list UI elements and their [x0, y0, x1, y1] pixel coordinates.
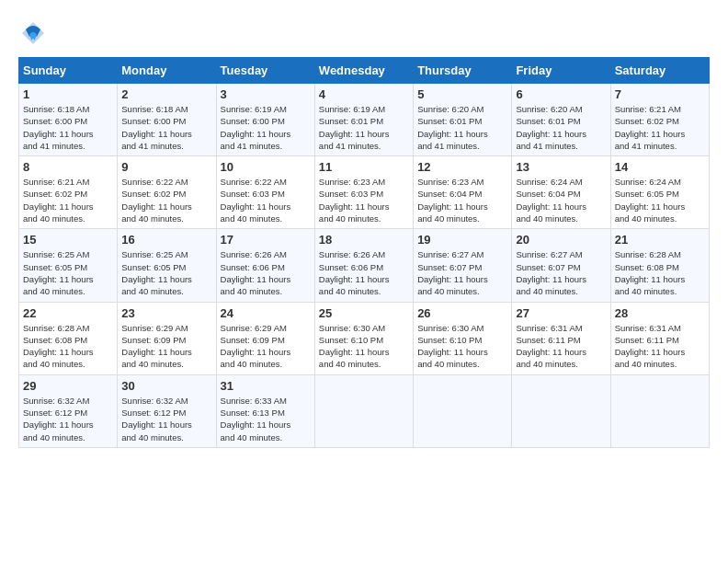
day-cell: 11Sunrise: 6:23 AMSunset: 6:03 PMDayligh…: [314, 156, 413, 229]
day-cell: 2Sunrise: 6:18 AMSunset: 6:00 PMDaylight…: [118, 84, 216, 156]
day-cell: 9Sunrise: 6:22 AMSunset: 6:02 PMDaylight…: [118, 156, 216, 229]
header-cell-tuesday: Tuesday: [216, 58, 314, 84]
day-info: Sunrise: 6:30 AMSunset: 6:10 PMDaylight:…: [417, 322, 507, 371]
day-number: 21: [615, 233, 705, 247]
day-number: 23: [121, 306, 211, 320]
header-cell-monday: Monday: [118, 58, 216, 84]
day-cell: 30Sunrise: 6:32 AMSunset: 6:12 PMDayligh…: [118, 374, 216, 447]
day-number: 3: [221, 87, 311, 101]
day-cell: 14Sunrise: 6:24 AMSunset: 6:05 PMDayligh…: [610, 156, 709, 229]
day-number: 28: [615, 306, 705, 320]
day-number: 20: [516, 233, 606, 247]
week-row-1: 1Sunrise: 6:18 AMSunset: 6:00 PMDaylight…: [19, 84, 710, 156]
day-cell: 28Sunrise: 6:31 AMSunset: 6:11 PMDayligh…: [610, 302, 709, 374]
day-cell: 5Sunrise: 6:20 AMSunset: 6:01 PMDaylight…: [414, 84, 512, 156]
day-number: 6: [516, 87, 606, 101]
day-number: 12: [417, 160, 507, 174]
day-cell: 17Sunrise: 6:26 AMSunset: 6:06 PMDayligh…: [216, 229, 314, 302]
day-number: 26: [417, 306, 507, 320]
day-cell: 7Sunrise: 6:21 AMSunset: 6:02 PMDaylight…: [610, 84, 709, 156]
day-info: Sunrise: 6:28 AMSunset: 6:08 PMDaylight:…: [23, 322, 113, 371]
day-number: 24: [221, 306, 311, 320]
day-info: Sunrise: 6:22 AMSunset: 6:03 PMDaylight:…: [221, 176, 311, 224]
day-number: 22: [23, 306, 113, 320]
logo: [18, 18, 51, 48]
day-number: 31: [221, 379, 311, 393]
day-cell: 4Sunrise: 6:19 AMSunset: 6:01 PMDaylight…: [314, 84, 413, 156]
page-header: [18, 18, 710, 48]
day-cell: [414, 374, 512, 447]
day-info: Sunrise: 6:27 AMSunset: 6:07 PMDaylight:…: [516, 248, 606, 297]
header-row: SundayMondayTuesdayWednesdayThursdayFrid…: [19, 58, 710, 84]
day-cell: 29Sunrise: 6:32 AMSunset: 6:12 PMDayligh…: [19, 374, 118, 447]
day-cell: 19Sunrise: 6:27 AMSunset: 6:07 PMDayligh…: [414, 229, 512, 302]
day-info: Sunrise: 6:18 AMSunset: 6:00 PMDaylight:…: [23, 103, 113, 152]
day-info: Sunrise: 6:26 AMSunset: 6:06 PMDaylight:…: [221, 248, 311, 297]
day-cell: [314, 374, 413, 447]
day-info: Sunrise: 6:32 AMSunset: 6:12 PMDaylight:…: [121, 395, 211, 443]
day-number: 9: [121, 160, 211, 174]
day-info: Sunrise: 6:19 AMSunset: 6:01 PMDaylight:…: [319, 103, 409, 152]
day-number: 10: [221, 160, 311, 174]
day-cell: 25Sunrise: 6:30 AMSunset: 6:10 PMDayligh…: [314, 302, 413, 374]
day-info: Sunrise: 6:31 AMSunset: 6:11 PMDaylight:…: [615, 322, 705, 371]
day-number: 18: [319, 233, 409, 247]
day-info: Sunrise: 6:21 AMSunset: 6:02 PMDaylight:…: [23, 176, 113, 224]
day-info: Sunrise: 6:27 AMSunset: 6:07 PMDaylight:…: [417, 248, 507, 297]
day-cell: 18Sunrise: 6:26 AMSunset: 6:06 PMDayligh…: [314, 229, 413, 302]
day-number: 17: [221, 233, 311, 247]
day-info: Sunrise: 6:25 AMSunset: 6:05 PMDaylight:…: [121, 248, 211, 297]
header-cell-saturday: Saturday: [610, 58, 709, 84]
day-info: Sunrise: 6:29 AMSunset: 6:09 PMDaylight:…: [121, 322, 211, 371]
day-cell: 15Sunrise: 6:25 AMSunset: 6:05 PMDayligh…: [19, 229, 118, 302]
day-cell: 21Sunrise: 6:28 AMSunset: 6:08 PMDayligh…: [610, 229, 709, 302]
day-cell: 27Sunrise: 6:31 AMSunset: 6:11 PMDayligh…: [512, 302, 610, 374]
week-row-5: 29Sunrise: 6:32 AMSunset: 6:12 PMDayligh…: [19, 374, 710, 447]
day-number: 13: [516, 160, 606, 174]
day-cell: 3Sunrise: 6:19 AMSunset: 6:00 PMDaylight…: [216, 84, 314, 156]
header-cell-wednesday: Wednesday: [314, 58, 413, 84]
day-number: 16: [121, 233, 211, 247]
week-row-4: 22Sunrise: 6:28 AMSunset: 6:08 PMDayligh…: [19, 302, 710, 374]
day-info: Sunrise: 6:30 AMSunset: 6:10 PMDaylight:…: [319, 322, 409, 371]
day-info: Sunrise: 6:19 AMSunset: 6:00 PMDaylight:…: [221, 103, 311, 152]
week-row-3: 15Sunrise: 6:25 AMSunset: 6:05 PMDayligh…: [19, 229, 710, 302]
day-info: Sunrise: 6:32 AMSunset: 6:12 PMDaylight:…: [23, 395, 113, 443]
day-cell: 23Sunrise: 6:29 AMSunset: 6:09 PMDayligh…: [118, 302, 216, 374]
day-info: Sunrise: 6:20 AMSunset: 6:01 PMDaylight:…: [417, 103, 507, 152]
day-info: Sunrise: 6:23 AMSunset: 6:03 PMDaylight:…: [319, 176, 409, 224]
header-cell-thursday: Thursday: [414, 58, 512, 84]
day-info: Sunrise: 6:29 AMSunset: 6:09 PMDaylight:…: [221, 322, 311, 371]
day-number: 30: [121, 379, 211, 393]
day-info: Sunrise: 6:31 AMSunset: 6:11 PMDaylight:…: [516, 322, 606, 371]
header-cell-friday: Friday: [512, 58, 610, 84]
day-number: 19: [417, 233, 507, 247]
day-cell: [610, 374, 709, 447]
day-cell: 13Sunrise: 6:24 AMSunset: 6:04 PMDayligh…: [512, 156, 610, 229]
day-cell: 22Sunrise: 6:28 AMSunset: 6:08 PMDayligh…: [19, 302, 118, 374]
day-cell: 1Sunrise: 6:18 AMSunset: 6:00 PMDaylight…: [19, 84, 118, 156]
calendar-table: SundayMondayTuesdayWednesdayThursdayFrid…: [18, 57, 710, 448]
week-row-2: 8Sunrise: 6:21 AMSunset: 6:02 PMDaylight…: [19, 156, 710, 229]
calendar-header: SundayMondayTuesdayWednesdayThursdayFrid…: [19, 58, 710, 84]
day-number: 1: [23, 87, 113, 101]
day-info: Sunrise: 6:26 AMSunset: 6:06 PMDaylight:…: [319, 248, 409, 297]
day-info: Sunrise: 6:18 AMSunset: 6:00 PMDaylight:…: [121, 103, 211, 152]
day-number: 11: [319, 160, 409, 174]
day-info: Sunrise: 6:20 AMSunset: 6:01 PMDaylight:…: [516, 103, 606, 152]
day-number: 29: [23, 379, 113, 393]
day-cell: 16Sunrise: 6:25 AMSunset: 6:05 PMDayligh…: [118, 229, 216, 302]
day-info: Sunrise: 6:21 AMSunset: 6:02 PMDaylight:…: [615, 103, 705, 152]
day-number: 2: [121, 87, 211, 101]
day-number: 5: [417, 87, 507, 101]
day-info: Sunrise: 6:28 AMSunset: 6:08 PMDaylight:…: [615, 248, 705, 297]
header-cell-sunday: Sunday: [19, 58, 118, 84]
day-cell: 20Sunrise: 6:27 AMSunset: 6:07 PMDayligh…: [512, 229, 610, 302]
day-number: 14: [615, 160, 705, 174]
day-cell: 24Sunrise: 6:29 AMSunset: 6:09 PMDayligh…: [216, 302, 314, 374]
day-info: Sunrise: 6:24 AMSunset: 6:05 PMDaylight:…: [615, 176, 705, 224]
day-cell: 8Sunrise: 6:21 AMSunset: 6:02 PMDaylight…: [19, 156, 118, 229]
day-cell: [512, 374, 610, 447]
day-number: 4: [319, 87, 409, 101]
day-info: Sunrise: 6:23 AMSunset: 6:04 PMDaylight:…: [417, 176, 507, 224]
